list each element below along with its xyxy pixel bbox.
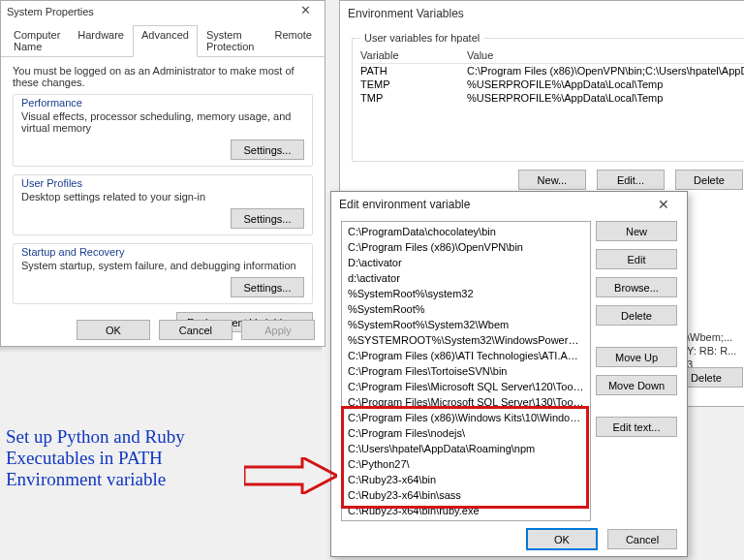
user-variables-header: Variable Value: [360, 49, 744, 64]
tab-hardware[interactable]: Hardware: [69, 25, 133, 57]
path-item[interactable]: d:\activator: [342, 270, 590, 286]
admin-note: You must be logged on as an Administrato…: [13, 65, 313, 88]
editdlg-titlebar[interactable]: Edit environment variable ✕: [331, 192, 687, 217]
path-item[interactable]: C:\Ruby23-x64\bin\ruby.exe: [342, 503, 590, 518]
uservar-row[interactable]: PATH C:\Program Files (x86)\OpenVPN\bin;…: [360, 64, 744, 78]
path-list[interactable]: C:\ProgramData\chocolatey\bin C:\Program…: [341, 221, 591, 521]
performance-desc: Visual effects, processor scheduling, me…: [21, 110, 304, 134]
close-icon[interactable]: ✕: [648, 197, 679, 212]
path-item[interactable]: D:\activator: [342, 255, 590, 270]
user-profiles-group: User Profiles Desktop settings related t…: [13, 174, 313, 235]
uservar-edit-button[interactable]: Edit...: [597, 170, 665, 190]
tab-advanced[interactable]: Advanced: [133, 25, 198, 57]
uservar-row[interactable]: TMP %USERPROFILE%\AppData\Local\Temp: [360, 91, 744, 105]
path-item[interactable]: C:\Python27\: [342, 456, 590, 472]
path-item[interactable]: %SystemRoot%\System32\Wbem: [342, 317, 590, 332]
sysprops-tabs: Computer Name Hardware Advanced System P…: [1, 22, 325, 57]
apply-button[interactable]: Apply: [241, 320, 315, 340]
user-profiles-desc: Desktop settings related to your sign-in: [21, 191, 304, 202]
user-profiles-settings-button[interactable]: Settings...: [231, 208, 304, 229]
performance-legend: Performance: [21, 97, 304, 109]
user-variables-fieldset: User variables for hpatel Variable Value…: [352, 32, 744, 162]
editdlg-side-buttons: New Edit Browse... Delete Move Up Move D…: [596, 221, 677, 445]
system-properties-dialog: System Properties ✕ Computer Name Hardwa…: [0, 0, 326, 347]
sysprops-titlebar[interactable]: System Properties ✕: [1, 1, 325, 22]
annotation-text: Set up Python and Ruby Executables in PA…: [6, 426, 248, 490]
path-item[interactable]: C:\Program Files\Microsoft SQL Server\12…: [342, 379, 590, 394]
move-up-button[interactable]: Move Up: [596, 347, 677, 367]
col-value[interactable]: Value: [467, 49, 744, 61]
tab-computer-name[interactable]: Computer Name: [5, 25, 69, 57]
col-variable[interactable]: Variable: [360, 49, 467, 61]
move-down-button[interactable]: Move Down: [596, 375, 677, 395]
editdlg-bottom-buttons: OK Cancel: [519, 529, 677, 549]
user-variables-buttons: New... Edit... Delete: [340, 170, 743, 190]
svg-marker-0: [244, 457, 337, 494]
startup-desc: System startup, system failure, and debu…: [21, 260, 304, 271]
browse-button[interactable]: Browse...: [596, 277, 677, 297]
path-item[interactable]: C:\Ruby23\bin: [342, 518, 590, 521]
path-item[interactable]: C:\Program Files (x86)\ATI Technologies\…: [342, 348, 590, 363]
cancel-button[interactable]: Cancel: [607, 529, 677, 549]
ok-button[interactable]: OK: [77, 320, 150, 340]
ok-button[interactable]: OK: [527, 529, 597, 549]
path-item[interactable]: C:\Program Files\nodejs\: [342, 425, 590, 441]
path-item[interactable]: %SystemRoot%: [342, 301, 590, 317]
user-variables-legend: User variables for hpatel: [360, 32, 483, 44]
path-item[interactable]: C:\Program Files\Microsoft SQL Server\13…: [342, 394, 590, 410]
path-item[interactable]: %SystemRoot%\system32: [342, 286, 590, 301]
uservar-row[interactable]: TEMP %USERPROFILE%\AppData\Local\Temp: [360, 78, 744, 91]
envvars-titlebar[interactable]: Environment Variables: [340, 1, 744, 26]
editdlg-title: Edit environment variable: [339, 198, 470, 211]
path-item[interactable]: C:\Users\hpatel\AppData\Roaming\npm: [342, 441, 590, 456]
path-item[interactable]: C:\Ruby23-x64\bin: [342, 472, 590, 487]
delete-button[interactable]: Delete: [596, 305, 677, 326]
close-icon[interactable]: ✕: [292, 3, 319, 20]
user-profiles-legend: User Profiles: [21, 177, 304, 189]
edit-text-button[interactable]: Edit text...: [596, 417, 677, 437]
uservar-delete-button[interactable]: Delete: [675, 170, 743, 190]
sysprops-buttons: OK Cancel Apply: [1, 320, 325, 340]
edit-button[interactable]: Edit: [596, 249, 677, 269]
startup-settings-button[interactable]: Settings...: [231, 277, 304, 297]
path-item[interactable]: C:\Program Files (x86)\OpenVPN\bin: [342, 239, 590, 255]
performance-settings-button[interactable]: Settings...: [231, 140, 304, 160]
tab-system-protection[interactable]: System Protection: [198, 25, 266, 57]
path-item[interactable]: C:\ProgramData\chocolatey\bin: [342, 224, 590, 239]
performance-group: Performance Visual effects, processor sc…: [13, 94, 313, 167]
envvars-title: Environment Variables: [348, 7, 464, 20]
shadow-divider: [0, 347, 322, 353]
path-item[interactable]: C:\Program Files\TortoiseSVN\bin: [342, 363, 590, 379]
startup-legend: Startup and Recovery: [21, 246, 304, 258]
sysvar-peek: \Wbem;... Y: RB: R... 3: [687, 330, 744, 371]
uservar-new-button[interactable]: New...: [518, 170, 586, 190]
path-item[interactable]: %SYSTEMROOT%\System32\WindowsPowerShell\…: [342, 332, 590, 348]
annotation-arrow-icon: [244, 457, 337, 494]
new-button[interactable]: New: [596, 221, 677, 241]
tab-remote[interactable]: Remote: [265, 25, 321, 57]
path-item[interactable]: C:\Ruby23-x64\bin\sass: [342, 487, 590, 503]
path-item[interactable]: C:\Program Files (x86)\Windows Kits\10\W…: [342, 410, 590, 425]
edit-environment-variable-dialog: Edit environment variable ✕ C:\ProgramDa…: [330, 191, 688, 557]
startup-recovery-group: Startup and Recovery System startup, sys…: [13, 243, 313, 304]
cancel-button[interactable]: Cancel: [159, 320, 232, 340]
sysprops-title: System Properties: [7, 6, 94, 17]
